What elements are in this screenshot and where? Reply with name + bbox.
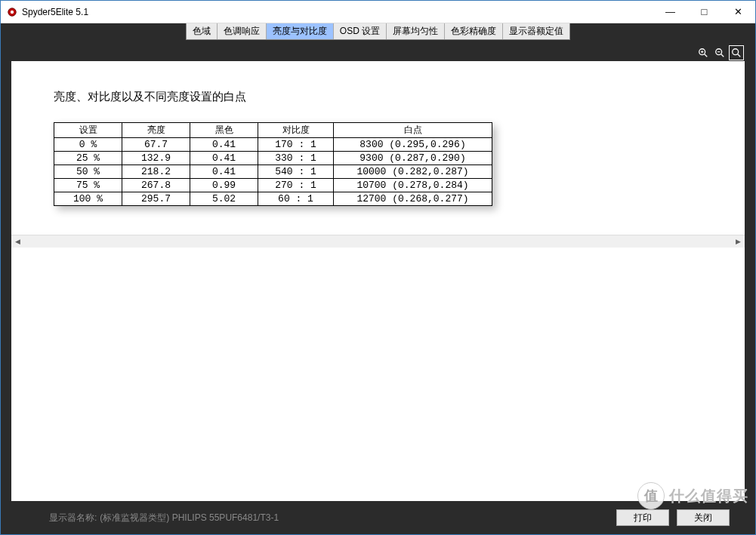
cell-setting: 100 % <box>54 192 122 206</box>
page-title: 亮度、对比度以及不同亮度设置的白点 <box>54 90 702 104</box>
cell-contrast: 540 : 1 <box>258 165 334 179</box>
cell-bright: 295.7 <box>122 192 190 206</box>
cell-white: 10000 (0.282,0.287) <box>334 165 492 179</box>
monitor-name-value: (标准监视器类型) PHILIPS 55PUF6481/T3-1 <box>100 512 279 524</box>
svg-line-10 <box>738 54 741 57</box>
cell-contrast: 170 : 1 <box>258 138 334 152</box>
zoom-toolbar <box>11 45 745 61</box>
cell-black: 0.99 <box>190 179 258 192</box>
cell-black: 0.41 <box>190 152 258 165</box>
cell-white: 12700 (0.268,0.277) <box>334 192 492 206</box>
app-body: 色域 色调响应 亮度与对比度 OSD 设置 屏幕均匀性 色彩精确度 显示器额定值… <box>1 23 755 534</box>
content-frame: 亮度、对比度以及不同亮度设置的白点 设置 亮度 黑色 对比度 白点 0 %67.… <box>11 45 745 534</box>
tab-gamut[interactable]: 色域 <box>187 23 218 39</box>
tab-osd-settings[interactable]: OSD 设置 <box>334 23 387 39</box>
monitor-name-label: 显示器名称: <box>49 512 97 524</box>
zoom-fit-icon[interactable] <box>730 46 743 60</box>
header-white-point: 白点 <box>334 123 492 138</box>
cell-contrast: 330 : 1 <box>258 152 334 165</box>
close-button[interactable]: ✕ <box>721 1 755 23</box>
cell-bright: 218.2 <box>122 165 190 179</box>
scroll-left-arrow[interactable]: ◀ <box>11 235 24 248</box>
cell-bright: 67.7 <box>122 138 190 152</box>
table-row: 0 %67.70.41170 : 18300 (0.295,0.296) <box>54 138 492 152</box>
cell-setting: 50 % <box>54 165 122 179</box>
cell-white: 9300 (0.287,0.290) <box>334 152 492 165</box>
cell-black: 0.41 <box>190 165 258 179</box>
tab-monitor-rating[interactable]: 显示器额定值 <box>503 23 569 39</box>
tab-screen-uniformity[interactable]: 屏幕均匀性 <box>387 23 445 39</box>
table-row: 100 %295.75.0260 : 112700 (0.268,0.277) <box>54 192 492 206</box>
scroll-right-arrow[interactable]: ▶ <box>732 235 745 248</box>
print-button[interactable]: 打印 <box>616 509 669 526</box>
svg-point-9 <box>733 49 739 55</box>
footer: 显示器名称: (标准监视器类型) PHILIPS 55PUF6481/T3-1 … <box>11 501 745 534</box>
cell-white: 8300 (0.295,0.296) <box>334 138 492 152</box>
tab-brightness-contrast[interactable]: 亮度与对比度 <box>267 23 334 39</box>
app-icon <box>7 7 17 17</box>
preview-panel: 亮度、对比度以及不同亮度设置的白点 设置 亮度 黑色 对比度 白点 0 %67.… <box>11 61 745 501</box>
cell-black: 5.02 <box>190 192 258 206</box>
table-row: 75 %267.80.99270 : 110700 (0.278,0.284) <box>54 179 492 192</box>
header-contrast: 对比度 <box>258 123 334 138</box>
cell-bright: 132.9 <box>122 152 190 165</box>
tabbar-wrap: 色域 色调响应 亮度与对比度 OSD 设置 屏幕均匀性 色彩精确度 显示器额定值 <box>1 23 755 40</box>
table-header-row: 设置 亮度 黑色 对比度 白点 <box>54 123 492 138</box>
cell-contrast: 60 : 1 <box>258 192 334 206</box>
header-setting: 设置 <box>54 123 122 138</box>
maximize-button[interactable]: □ <box>687 1 721 23</box>
titlebar: Spyder5Elite 5.1 — □ ✕ <box>1 1 755 23</box>
header-brightness: 亮度 <box>122 123 190 138</box>
minimize-button[interactable]: — <box>653 1 687 23</box>
zoom-out-icon[interactable] <box>713 46 727 60</box>
tabbar: 色域 色调响应 亮度与对比度 OSD 设置 屏幕均匀性 色彩精确度 显示器额定值 <box>186 23 570 40</box>
zoom-in-icon[interactable] <box>696 46 710 60</box>
cell-white: 10700 (0.278,0.284) <box>334 179 492 192</box>
tab-tone-response[interactable]: 色调响应 <box>218 23 267 39</box>
tab-color-accuracy[interactable]: 色彩精确度 <box>445 23 503 39</box>
svg-line-3 <box>705 54 708 57</box>
report-page: 亮度、对比度以及不同亮度设置的白点 设置 亮度 黑色 对比度 白点 0 %67.… <box>11 61 745 235</box>
svg-line-7 <box>721 54 724 57</box>
table-row: 25 %132.90.41330 : 19300 (0.287,0.290) <box>54 152 492 165</box>
cell-black: 0.41 <box>190 138 258 152</box>
svg-point-1 <box>11 10 14 13</box>
close-report-button[interactable]: 关闭 <box>677 509 730 526</box>
horizontal-scrollbar[interactable]: ◀ ▶ <box>11 235 745 248</box>
cell-bright: 267.8 <box>122 179 190 192</box>
cell-setting: 0 % <box>54 138 122 152</box>
cell-contrast: 270 : 1 <box>258 179 334 192</box>
cell-setting: 75 % <box>54 179 122 192</box>
table-row: 50 %218.20.41540 : 110000 (0.282,0.287) <box>54 165 492 179</box>
cell-setting: 25 % <box>54 152 122 165</box>
brightness-table: 设置 亮度 黑色 对比度 白点 0 %67.70.41170 : 18300 (… <box>54 122 492 206</box>
app-title: Spyder5Elite 5.1 <box>22 7 88 17</box>
header-black: 黑色 <box>190 123 258 138</box>
